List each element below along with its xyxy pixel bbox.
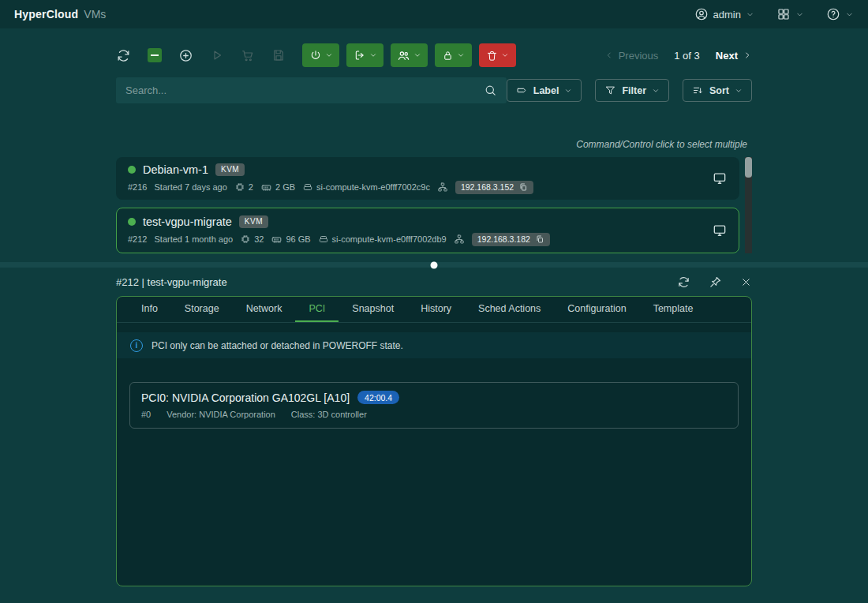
page-indicator: 1 of 3 [674,50,700,62]
tab-configuration[interactable]: Configuration [554,297,639,322]
select-all-checkbox[interactable] [148,48,162,62]
detail-tabs: Info Storage Network PCI Snapshot Histor… [117,297,751,323]
pin-button[interactable] [709,275,722,289]
user-name: admin [713,9,741,21]
tab-sched-actions[interactable]: Sched Actions [465,297,554,322]
search-input[interactable] [125,84,484,96]
copy-icon [518,182,528,192]
tab-pci[interactable]: PCI [295,297,339,322]
pci-vendor: Vendor: NVIDIA Corporation [166,410,275,419]
filter-button[interactable]: Filter [595,79,669,102]
monitor-icon [712,223,728,238]
vm-id: #216 [128,182,147,192]
page-title: VMs [84,8,106,21]
ownership-actions-button[interactable] [391,43,428,67]
topbar-right: admin [694,7,854,21]
grid-icon [776,7,791,21]
vm-name: Debian-vm-1 [143,163,208,176]
vm-list: Debian-vm-1 KVM #216 Started 7 days ago … [116,157,752,253]
create-vm-button[interactable] [178,48,193,63]
delete-actions-button[interactable] [479,43,516,67]
pin-icon [709,275,722,289]
previous-page-button: Previous [604,50,659,62]
pci-address-badge: 42:00.4 [357,391,399,404]
splitter-handle[interactable] [0,262,868,268]
disk-icon [318,234,329,245]
play-button [210,48,224,62]
list-scrollbar[interactable] [745,157,752,253]
vm-name: test-vgpu-migrate [143,215,232,228]
splitter-dot-icon [431,261,438,268]
next-page-button[interactable]: Next [716,50,752,62]
filter-group: Label Filter Sort [507,79,752,102]
info-icon: i [130,339,143,352]
scrollbar-thumb[interactable] [745,157,752,178]
tab-snapshot[interactable]: Snapshot [339,297,407,322]
memory-icon [271,234,282,245]
vm-row-test-vgpu-migrate[interactable]: test-vgpu-migrate KVM #212 Started 1 mon… [116,208,739,253]
tab-network[interactable]: Network [233,297,296,322]
multi-select-hint: Command/Control click to select multiple [116,139,752,150]
user-icon [694,7,709,21]
console-button[interactable] [712,223,728,238]
copy-icon [535,234,544,244]
vm-ip-badge[interactable]: 192.168.3.182 [472,233,550,246]
memory-icon [260,182,272,193]
save-button [271,48,286,62]
tab-history[interactable]: History [407,297,465,322]
vm-row-debian-vm-1[interactable]: Debian-vm-1 KVM #216 Started 7 days ago … [116,157,739,200]
vm-type-badge: KVM [215,163,245,176]
detail-header: #212 | test-vgpu-migrate [116,275,752,289]
main-content: Previous 1 of 3 Next Label Filte [116,43,752,586]
pagination: Previous 1 of 3 Next [604,50,752,62]
lock-actions-button[interactable] [435,43,472,67]
search-row: Label Filter Sort [116,77,752,103]
cpu-icon [240,234,251,245]
migrate-actions-button[interactable] [346,43,383,67]
tab-template[interactable]: Template [640,297,707,322]
vm-toolbar: Previous 1 of 3 Next [116,43,752,67]
power-actions-button[interactable] [302,43,339,67]
label-button[interactable]: Label [507,79,582,102]
console-button[interactable] [712,170,728,186]
vm-ram: 2 GB [260,182,295,193]
pci-index: #0 [141,410,151,419]
help-menu[interactable] [826,7,854,21]
tab-info[interactable]: Info [128,297,171,322]
pci-device-title: PCI0: NVIDIA Corporation GA102GL [A10] [141,391,350,404]
chevron-down-icon [845,10,854,19]
chevron-down-icon [795,10,804,19]
apps-menu[interactable] [776,7,804,21]
close-button[interactable] [740,276,752,288]
help-icon [826,7,840,21]
alert-text: PCI only can be attached or detached in … [152,340,403,351]
close-icon [740,276,752,288]
cart-button [241,48,255,62]
search-box[interactable] [116,77,507,103]
refresh-button[interactable] [116,48,131,63]
topbar: HyperCloud VMs admin [0,0,868,28]
chevron-down-icon [746,10,754,19]
pci-info-alert: i PCI only can be attached or detached i… [117,332,751,358]
pci-class: Class: 3D controller [291,410,367,419]
vm-host: si-compute-kvm-e0fff7002c9c [302,182,430,193]
vm-type-badge: KVM [239,215,268,228]
detail-title: #212 | test-vgpu-migrate [116,276,227,288]
search-icon[interactable] [484,84,497,97]
tab-storage[interactable]: Storage [171,297,233,322]
breadcrumb: HyperCloud VMs [14,8,106,21]
vm-started: Started 1 month ago [154,234,233,244]
sort-button[interactable]: Sort [683,79,752,102]
vm-started: Started 7 days ago [154,182,226,192]
brand-logo: HyperCloud [14,8,78,21]
monitor-icon [712,170,728,186]
pci-device-card[interactable]: PCI0: NVIDIA Corporation GA102GL [A10] 4… [129,382,739,429]
vm-cpu: 32 [240,234,264,245]
user-menu[interactable]: admin [694,7,754,21]
vm-state-dot [128,218,136,226]
detail-panel: Info Storage Network PCI Snapshot Histor… [116,296,752,586]
detail-refresh-button[interactable] [677,275,690,289]
vm-ram: 96 GB [271,234,310,245]
vm-ip-badge[interactable]: 192.168.3.152 [455,181,533,194]
cpu-icon [234,182,245,193]
